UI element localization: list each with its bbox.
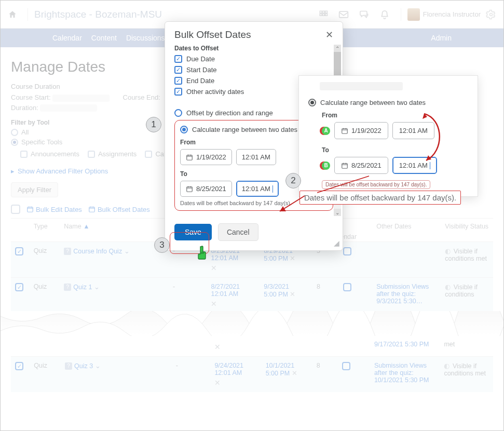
quiz-icon: ? xyxy=(64,248,71,255)
apps-icon[interactable] xyxy=(319,10,328,19)
chevron-down-icon[interactable]: ⌄ xyxy=(124,247,130,255)
annotation-badge-a: A xyxy=(322,127,330,135)
to-time-input[interactable]: 12:01 AM xyxy=(236,181,279,197)
svg-rect-2 xyxy=(325,11,327,13)
svg-rect-1 xyxy=(322,11,324,13)
duration-label: Duration: xyxy=(11,104,38,112)
bell-icon[interactable] xyxy=(380,9,389,20)
calendar-checkbox[interactable] xyxy=(342,362,350,370)
svg-rect-9 xyxy=(89,207,95,212)
annotation-step-3: 3 xyxy=(154,237,170,253)
from-time-input[interactable]: 12:01 AM xyxy=(236,149,276,165)
bulk-edit-dates-link[interactable]: Bulk Edit Dates xyxy=(26,206,82,213)
radio-icon[interactable] xyxy=(11,129,18,136)
col-visibility[interactable]: Visibility Status xyxy=(441,219,493,242)
item-link[interactable]: ? Quiz 1 ⌄ xyxy=(64,283,100,291)
check-due-date[interactable]: Due Date xyxy=(174,55,333,63)
nav-discussions[interactable]: Discussions xyxy=(126,34,165,42)
apply-filter-button[interactable]: Apply Filter xyxy=(11,182,58,197)
home-icon[interactable] xyxy=(8,10,17,19)
bulk-offset-dates-link[interactable]: Bulk Offset Dates xyxy=(88,206,150,213)
checkbox-icon[interactable] xyxy=(145,151,152,158)
annotation-step-2: 2 xyxy=(285,173,301,188)
remove-icon[interactable]: ✕ xyxy=(290,255,295,262)
close-icon[interactable]: ✕ xyxy=(325,29,333,41)
username[interactable]: Florencia Instructor xyxy=(423,10,481,18)
to-date-input[interactable]: 8/25/2021 xyxy=(180,181,232,197)
gear-icon[interactable] xyxy=(486,9,496,20)
svg-rect-12 xyxy=(342,128,348,133)
chevron-down-icon[interactable]: ⌄ xyxy=(94,283,100,291)
filter-assignments[interactable]: Assignments xyxy=(88,150,137,158)
item-link[interactable]: ? Course Info Quiz ⌄ xyxy=(64,247,130,255)
remove-icon[interactable]: ✕ xyxy=(214,379,257,387)
course-start-label: Course Start: xyxy=(11,93,51,101)
svg-point-7 xyxy=(490,13,493,16)
chat-icon[interactable] xyxy=(359,10,370,19)
row-checkbox[interactable] xyxy=(15,247,23,255)
chevron-right-icon: ▸ xyxy=(11,167,15,175)
checkbox-icon[interactable] xyxy=(174,66,182,74)
cancel-button[interactable]: Cancel xyxy=(218,223,258,241)
col-type[interactable]: Type xyxy=(30,219,60,242)
quiz-icon: ? xyxy=(65,362,72,370)
checkbox-icon[interactable] xyxy=(20,151,28,158)
radio-icon[interactable] xyxy=(11,139,18,146)
zoom-to-date: 8/25/2021 xyxy=(334,157,388,174)
svg-rect-13 xyxy=(342,163,348,168)
remove-icon[interactable]: ✕ xyxy=(290,291,295,298)
annotation-badge-b: B xyxy=(322,161,330,170)
row-checkbox[interactable] xyxy=(15,283,23,291)
checkbox-icon[interactable] xyxy=(174,88,182,96)
scroll-down-icon[interactable]: ⌄ xyxy=(334,209,341,216)
svg-rect-10 xyxy=(187,155,193,159)
calendar-checkbox[interactable] xyxy=(343,283,351,291)
svg-rect-8 xyxy=(28,207,33,212)
remove-icon[interactable]: ✕ xyxy=(211,264,255,272)
redacted xyxy=(40,104,97,112)
nav-admin[interactable]: Admin xyxy=(431,34,452,42)
checkbox-icon[interactable] xyxy=(174,55,182,63)
filter-all-label: All xyxy=(21,128,29,136)
from-date-input[interactable]: 1/19/2022 xyxy=(180,149,232,165)
mail-icon[interactable] xyxy=(338,10,349,19)
save-button[interactable]: Save xyxy=(174,224,212,240)
checkbox-icon[interactable] xyxy=(88,151,95,158)
org-name[interactable]: Brightspace - Bozeman-MSU xyxy=(34,9,162,20)
remove-icon[interactable]: ✕ xyxy=(292,370,297,377)
modal-title: Bulk Offset Dates xyxy=(174,29,251,41)
sort-asc-icon: ▲ xyxy=(83,223,89,230)
divider xyxy=(28,8,28,21)
row-checkbox[interactable] xyxy=(15,362,23,370)
zoom-from-date: 1/19/2022 xyxy=(334,122,388,139)
quiz-icon: ? xyxy=(64,284,71,291)
table-row: Quiz ? Quiz 3 ⌄ - 9/24/202112:01 AM✕ 10/… xyxy=(11,357,493,393)
checkbox-icon[interactable] xyxy=(174,77,182,85)
zoom-calc-range-row: Calculate range between two dates xyxy=(308,99,468,106)
filter-announcements[interactable]: Announcements xyxy=(20,150,79,158)
item-link[interactable]: ? Quiz 3 ⌄ xyxy=(65,362,101,370)
dates-table-continued: ✕ 9/17/2021 5:30 PM met Quiz ? Quiz 3 ⌄ … xyxy=(11,335,493,392)
check-start-date[interactable]: Start Date xyxy=(174,66,333,74)
nav-calendar[interactable]: Calendar xyxy=(52,34,82,42)
course-end-label: Course End: xyxy=(123,93,160,101)
scroll-up-icon[interactable]: ⌃ xyxy=(334,45,341,52)
nav-content[interactable]: Content xyxy=(91,34,117,42)
radio-icon[interactable] xyxy=(174,109,182,117)
remove-icon[interactable]: ✕ xyxy=(211,300,255,308)
avatar[interactable] xyxy=(407,8,420,21)
annotation-step-1: 1 xyxy=(146,117,161,132)
col-name[interactable]: Name xyxy=(64,223,81,230)
visibility-icon: ◐ xyxy=(445,284,451,291)
annotation-arrow-diag xyxy=(276,193,307,216)
svg-rect-4 xyxy=(322,14,324,16)
resize-handle-icon[interactable]: ◢ xyxy=(334,239,339,247)
remove-icon[interactable]: ✕ xyxy=(214,343,257,351)
chevron-down-icon[interactable]: ⌄ xyxy=(95,362,101,370)
col-other[interactable]: Other Dates xyxy=(372,219,441,242)
calendar-checkbox[interactable] xyxy=(343,247,351,255)
divider xyxy=(401,8,401,21)
select-all-checkbox[interactable] xyxy=(11,205,20,214)
annotation-arrow-up xyxy=(315,174,377,195)
radio-icon[interactable] xyxy=(180,126,188,133)
